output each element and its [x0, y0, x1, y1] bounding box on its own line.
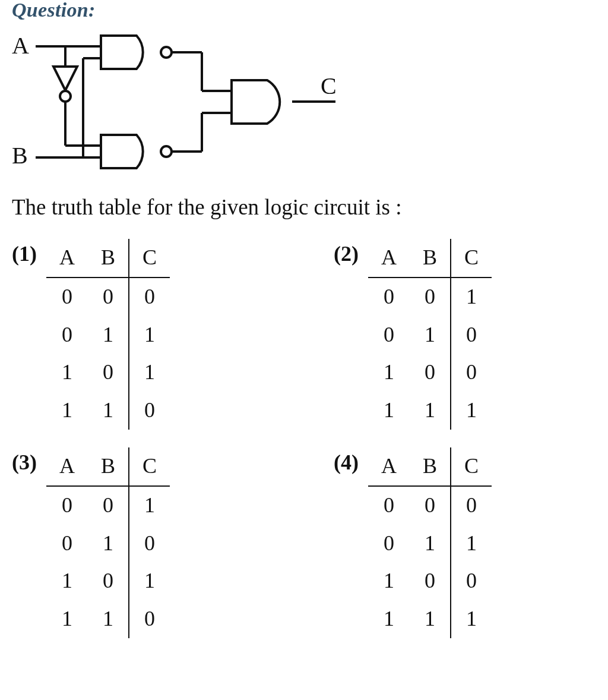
table-row: 010 [46, 525, 170, 563]
col-c: C [451, 447, 492, 486]
option-number: (3) [12, 447, 46, 475]
circuit-svg: A B [12, 24, 362, 178]
table-row: 010 [368, 316, 492, 354]
table-row: 111 [368, 392, 492, 430]
logic-circuit-diagram: A B [12, 24, 596, 181]
question-page: Question: A B [0, 0, 608, 700]
table-row: 001 [46, 486, 170, 525]
option-3: (3) A B C 001 010 101 110 [12, 447, 274, 638]
table-row: 110 [46, 392, 170, 430]
option-2: (2) A B C 001 010 100 111 [334, 239, 596, 430]
table-row: 100 [368, 562, 492, 600]
table-row: 000 [368, 486, 492, 525]
table-row: 011 [368, 525, 492, 563]
col-a: A [46, 447, 88, 486]
output-c-label: C [321, 72, 337, 99]
col-c: C [129, 239, 170, 278]
nand-gate-top [101, 36, 172, 69]
option-number: (4) [334, 447, 368, 475]
col-b: B [410, 239, 451, 278]
col-a: A [368, 239, 410, 278]
table-row: 100 [368, 354, 492, 392]
svg-point-7 [161, 47, 172, 58]
not-gate [53, 67, 77, 90]
table-row: 111 [368, 600, 492, 638]
col-b: B [88, 447, 129, 486]
table-row: 101 [46, 354, 170, 392]
table-row: 101 [46, 562, 170, 600]
col-c: C [129, 447, 170, 486]
col-a: A [368, 447, 410, 486]
table-row: 001 [368, 278, 492, 316]
table-row: 000 [46, 278, 170, 316]
option-4: (4) A B C 000 011 100 111 [334, 447, 596, 638]
and-gate [232, 80, 280, 124]
answer-options: (1) A B C 000 011 101 110 (2) A [12, 239, 596, 656]
option-number: (1) [12, 239, 46, 266]
truth-table-4: A B C 000 011 100 111 [368, 447, 492, 638]
option-number: (2) [334, 239, 368, 266]
truth-table-3: A B C 001 010 101 110 [46, 447, 170, 638]
question-label: Question: [12, 0, 596, 20]
not-bubble [60, 91, 71, 102]
nand-gate-bottom [101, 135, 172, 168]
input-b-label: B [12, 142, 28, 169]
table-row: 011 [46, 316, 170, 354]
truth-table-2: A B C 001 010 100 111 [368, 239, 492, 430]
table-row: 110 [46, 600, 170, 638]
col-c: C [451, 239, 492, 278]
col-b: B [88, 239, 129, 278]
col-a: A [46, 239, 88, 278]
input-a-label: A [12, 32, 29, 59]
option-1: (1) A B C 000 011 101 110 [12, 239, 274, 430]
truth-table-1: A B C 000 011 101 110 [46, 239, 170, 430]
question-prompt: The truth table for the given logic circ… [12, 193, 596, 222]
svg-point-8 [161, 146, 172, 157]
col-b: B [410, 447, 451, 486]
